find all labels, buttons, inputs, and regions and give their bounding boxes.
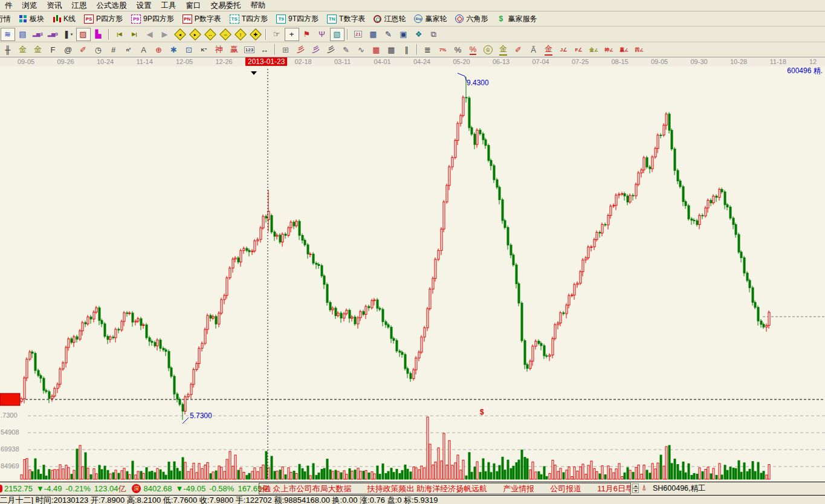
tool-zoom-left[interactable]: ◂ — [173, 28, 187, 41]
tool-first-page[interactable]: |◀ — [112, 28, 127, 41]
toolbar-button-t-number-table[interactable]: TNT数字表 — [323, 12, 369, 25]
tool-calendar[interactable]: 21 — [351, 28, 366, 41]
menu-item-3[interactable]: 江恩 — [67, 0, 92, 11]
tool-f-square[interactable]: F — [46, 43, 60, 56]
toolbar-button-t-square[interactable]: TST四方形 — [225, 12, 272, 25]
chart-canvas[interactable] — [0, 66, 825, 481]
tool-candle-style[interactable]: ❚▾ — [61, 28, 76, 41]
tool-angle-j[interactable]: J∠ — [557, 43, 571, 56]
toolbar-button-hexagon[interactable]: 六角形 — [451, 12, 492, 25]
tool-angle-si[interactable]: 四∠ — [632, 43, 647, 56]
tool-f10-info[interactable]: ▤ — [16, 28, 30, 41]
tool-fan-purple[interactable]: 彡 — [309, 43, 323, 56]
tool-next-page[interactable]: ▶ — [158, 28, 172, 41]
tool-spiral[interactable]: @ — [61, 43, 76, 56]
tool-wave-a[interactable]: Ã — [526, 43, 541, 56]
tool-price-ruler[interactable]: # — [106, 43, 121, 56]
tool-measure-arrows[interactable]: ↔ — [257, 43, 272, 56]
tool-grid-red[interactable]: ▦ — [369, 43, 384, 56]
tool-angle-f[interactable]: F∠ — [572, 43, 586, 56]
toolbar-button-p-square[interactable]: PSP四方形 — [80, 12, 127, 25]
tool-gann-tool-teal[interactable]: ▧ — [330, 28, 345, 41]
toolbar-button-9p-square[interactable]: P99P四方形 — [127, 12, 178, 25]
tool-angle-ying[interactable]: 赢∠ — [617, 43, 632, 56]
tool-send-web[interactable]: ❖ — [412, 28, 426, 41]
tool-parallel-lines[interactable]: ∥ — [400, 43, 414, 56]
tool-memo[interactable]: ✎ — [381, 28, 396, 41]
tool-rocket-pen[interactable]: ✐ — [76, 43, 91, 56]
tool-market-quote-view[interactable]: ≋ — [1, 28, 15, 41]
menu-item-6[interactable]: 工具 — [157, 0, 181, 11]
toolbar-button-quotes[interactable]: 行情 — [0, 12, 15, 25]
tool-percent-7[interactable]: 7% — [436, 43, 450, 56]
toolbar-button-kline[interactable]: K线 — [48, 12, 80, 25]
candlestick-chart[interactable]: 600496 精. 9.4300 5.7300 $ .7300549086993… — [0, 66, 825, 481]
tool-grid-dark[interactable]: ▦ — [384, 43, 399, 56]
menu-item-7[interactable]: 窗口 — [181, 0, 206, 11]
toolbar-button-winner-service[interactable]: $赢家服务 — [492, 12, 541, 25]
tool-shen-square[interactable]: 神 — [212, 43, 227, 56]
tool-pen-lines[interactable]: ✎ — [339, 43, 354, 56]
toolbar-button-sectors[interactable]: 板块 — [15, 12, 48, 25]
tool-fan-red[interactable]: 彡 — [294, 43, 308, 56]
tool-percent-lines[interactable]: % — [466, 43, 480, 56]
tool-gann-vertical-lines[interactable]: ╫ — [1, 43, 15, 56]
menu-item-8[interactable]: 交易委托 — [206, 0, 246, 11]
tool-matrix-table[interactable]: ▦ — [366, 28, 381, 41]
tool-percent[interactable]: % — [451, 43, 465, 56]
tool-save[interactable]: ▣ — [396, 28, 411, 41]
tool-time-circle[interactable]: ◷ — [91, 43, 106, 56]
tool-box-select[interactable]: ⊞ — [279, 43, 293, 56]
tool-ying-square[interactable]: 赢 — [227, 43, 242, 56]
tool-angle-gold[interactable]: 金∠ — [587, 43, 601, 56]
tool-angle-shen[interactable]: 神∠ — [602, 43, 616, 56]
spinner-down-button[interactable] — [632, 488, 639, 493]
tool-k-marks[interactable]: K” — [197, 43, 212, 56]
tool-crosshair[interactable]: + — [285, 28, 299, 41]
menu-item-2[interactable]: 资讯 — [42, 0, 67, 11]
tool-zoom-right[interactable]: ▸ — [188, 28, 202, 41]
menu-item-5[interactable]: 设置 — [132, 0, 157, 11]
tool-gold-red[interactable]: 金 — [542, 43, 556, 56]
tool-prev-page[interactable]: ◀ — [143, 28, 157, 41]
spinner-up-button[interactable] — [632, 483, 639, 488]
candle-style-dropdown-icon[interactable]: ▾ — [71, 32, 73, 37]
tool-volume-profile[interactable]: ▙ — [91, 28, 106, 41]
toolbar-button-winner-wheel[interactable]: Big赢家轮 — [410, 12, 451, 25]
tool-kline-9[interactable]: ▂▅9 — [46, 28, 60, 41]
tool-n-squared[interactable]: n² — [121, 43, 136, 56]
tool-mark-flag[interactable]: ⚑ — [300, 28, 314, 41]
toolbar-button-9t-square[interactable]: T99T四方形 — [272, 12, 323, 25]
tool-gold-square[interactable]: 金 — [16, 43, 30, 56]
toolbar-button-p-number-table[interactable]: PNP数字表 — [178, 12, 225, 25]
tool-v-expand[interactable]: ↕ — [233, 28, 248, 41]
menu-item-9[interactable]: 帮助 — [246, 0, 271, 11]
tool-h-shrink[interactable]: ⇔ — [218, 28, 233, 41]
tool-last-page[interactable]: ▶| — [128, 28, 142, 41]
tool-map-region[interactable]: ▨ — [76, 28, 91, 41]
tool-print[interactable]: ⧉ — [427, 28, 441, 41]
menu-item-1[interactable]: 浏览 — [18, 0, 42, 11]
tool-ruler-123[interactable]: 123 — [242, 43, 257, 56]
toolbar-button-gann-wheel[interactable]: 江恩轮 — [369, 12, 410, 25]
tool-h-expand[interactable]: ↔ — [203, 28, 218, 41]
tool-gold-circle[interactable]: 金 — [481, 43, 496, 56]
tool-fan-dark[interactable]: 彡 — [324, 43, 338, 56]
tool-target-circle[interactable]: ⊕ — [152, 43, 166, 56]
tool-star-square[interactable]: ⊡ — [182, 43, 196, 56]
tool-kline-3[interactable]: ▂▅3 — [31, 28, 45, 41]
tool-gann-tool-purple[interactable]: Ψ — [315, 28, 329, 41]
tool-pan-hand[interactable]: ☞ — [270, 28, 284, 41]
menu-item-0[interactable]: 件 — [0, 0, 18, 11]
tool-full-view[interactable]: ✚ — [248, 28, 263, 41]
tool-angle-a[interactable]: A — [137, 43, 151, 56]
news-ticker-text[interactable]: 金融 众上市公司布局大数据 扶持政策频出 助海洋经济扬帆远航 产业情报 公司报道… — [259, 483, 631, 494]
tool-pen-bars[interactable]: ✐ — [511, 43, 526, 56]
tool-wave-lines[interactable]: ∿ — [354, 43, 369, 56]
menu-item-4[interactable]: 公式选股 — [92, 0, 132, 11]
tool-star-rays[interactable]: ✱ — [167, 43, 181, 56]
tool-gold-line[interactable]: 金 — [496, 43, 511, 56]
tool-gold-square-2[interactable]: 金 — [31, 43, 45, 56]
tool-scale-bars[interactable]: ≣ — [421, 43, 435, 56]
news-ticker[interactable]: 金融 众上市公司布局大数据 扶持政策频出 助海洋经济扬帆远航 产业情报 公司报道… — [259, 483, 631, 494]
